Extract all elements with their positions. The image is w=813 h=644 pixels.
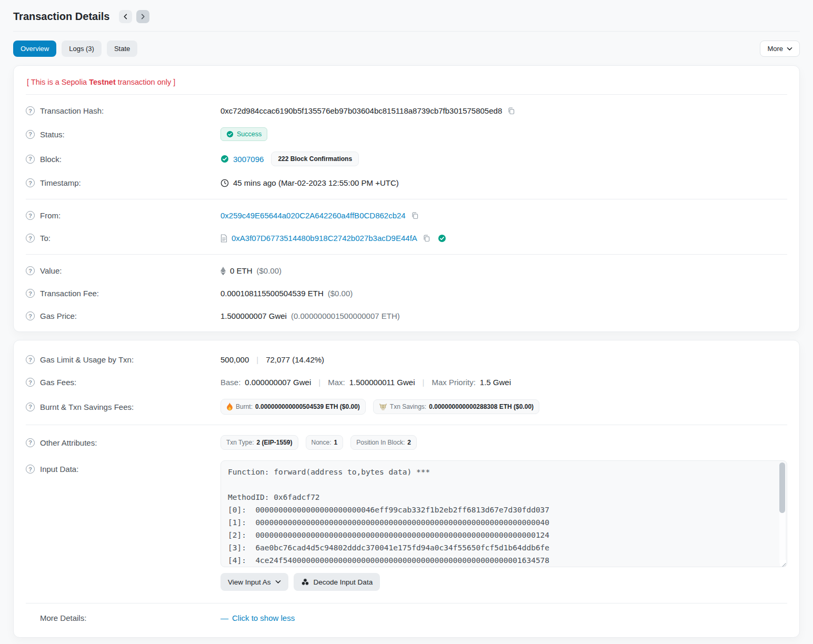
show-less-link[interactable]: — Click to show less — [220, 613, 295, 622]
help-icon[interactable]: ? — [26, 378, 35, 387]
help-icon[interactable]: ? — [26, 130, 35, 139]
gas-price-row: ? Gas Price: 1.500000007 Gwei (0.0000000… — [26, 305, 787, 327]
burnt-savings-row: ? Burnt & Txn Savings Fees: Burnt: 0.000… — [26, 394, 787, 420]
help-icon[interactable]: ? — [26, 211, 35, 220]
timestamp-label: Timestamp: — [40, 178, 81, 187]
divider — [26, 603, 787, 603]
value-row: ? Value: 0 ETH ($0.00) — [26, 259, 787, 282]
from-row: ? From: 0x259c49E65644a020C2A642260a4ffB… — [26, 204, 787, 227]
max-priority-fee-value: 1.5 Gwei — [480, 378, 511, 387]
view-input-as-label: View Input As — [228, 578, 271, 586]
to-row: ? To: 0xA3f07D6773514480b918C2742b027b3a… — [26, 227, 787, 249]
help-icon[interactable]: ? — [26, 178, 35, 187]
scrollbar-thumb[interactable] — [779, 462, 785, 513]
testnet-notice-prefix: [ This is a Sepolia — [27, 78, 89, 86]
value-usd: ($0.00) — [257, 266, 282, 275]
burnt-label: Burnt: — [236, 403, 253, 410]
gas-limit-label: Gas Limit & Usage by Txn: — [40, 355, 134, 364]
status-label: Status: — [40, 130, 65, 139]
status-badge: Success — [220, 127, 267, 141]
tab-overview[interactable]: Overview — [13, 41, 56, 57]
testnet-notice-suffix: transaction only ] — [116, 78, 176, 86]
max-priority-fee-label: Max Priority: — [431, 378, 475, 387]
help-icon[interactable]: ? — [26, 311, 35, 320]
flame-icon — [226, 402, 233, 411]
clock-icon — [220, 179, 229, 187]
check-circle-icon — [226, 130, 234, 138]
block-number-link[interactable]: 3007096 — [233, 155, 264, 164]
copy-hash-button[interactable] — [506, 107, 516, 115]
copy-icon — [423, 234, 430, 242]
gas-usage-value: 72,077 (14.42%) — [266, 355, 324, 364]
from-label: From: — [40, 211, 61, 220]
more-dropdown-button[interactable]: More — [760, 41, 800, 57]
input-data-scrollbar[interactable] — [779, 462, 785, 565]
decode-blocks-icon — [301, 578, 309, 586]
help-icon[interactable]: ? — [26, 355, 35, 364]
help-icon[interactable]: ? — [26, 402, 35, 411]
ethereum-icon — [220, 267, 226, 275]
money-wings-icon — [379, 403, 387, 410]
help-icon[interactable]: ? — [26, 155, 35, 164]
help-icon[interactable]: ? — [26, 438, 35, 447]
next-transaction-button[interactable] — [136, 10, 149, 23]
value-label: Value: — [40, 266, 62, 275]
help-icon[interactable]: ? — [26, 106, 35, 115]
max-fee-value: 1.500000011 Gwei — [349, 378, 415, 387]
gas-price-label: Gas Price: — [40, 311, 77, 320]
help-icon[interactable]: ? — [26, 234, 35, 243]
help-icon[interactable]: ? — [26, 289, 35, 298]
transaction-details-page: Transaction Details Overview Logs (3) St… — [0, 0, 813, 638]
other-attributes-row: ? Other Attributes: Txn Type: 2 (EIP-155… — [26, 430, 787, 455]
divider — [26, 199, 787, 199]
more-details-row: More Details: — Click to show less — [26, 608, 787, 631]
copy-from-address-button[interactable] — [410, 212, 420, 219]
transaction-fee-usd: ($0.00) — [328, 289, 353, 298]
burnt-savings-label: Burnt & Txn Savings Fees: — [40, 402, 134, 411]
resize-handle[interactable] — [780, 560, 786, 566]
input-data-textarea[interactable]: Function: forward(address to,bytes data)… — [220, 460, 787, 567]
txn-savings-value: 0.000000000000288308 ETH ($0.00) — [429, 403, 534, 410]
chevron-down-icon — [275, 580, 281, 584]
resize-grip-icon — [780, 561, 786, 567]
transaction-fee-amount: 0.000108115500504539 ETH — [220, 289, 324, 298]
txn-type-badge: Txn Type: 2 (EIP-1559) — [220, 435, 298, 450]
nonce-label: Nonce: — [312, 439, 332, 446]
tab-state[interactable]: State — [107, 41, 137, 57]
to-address-link[interactable]: 0xA3f07D6773514480b918C2742b027b3acD9E44… — [232, 234, 417, 243]
separator: | — [419, 378, 428, 387]
gas-price-eth: (0.000000001500000007 ETH) — [291, 311, 400, 320]
previous-transaction-button[interactable] — [119, 10, 132, 23]
position-in-block-value: 2 — [407, 439, 411, 446]
value-amount: 0 ETH — [230, 266, 253, 275]
transaction-hash-row: ? Transaction Hash: 0xc72d984ccac6190b5f… — [26, 99, 787, 122]
contract-file-icon — [220, 234, 227, 243]
decode-input-data-button[interactable]: Decode Input Data — [294, 573, 380, 591]
to-label: To: — [40, 234, 51, 243]
copy-to-address-button[interactable] — [421, 234, 431, 242]
help-icon[interactable]: ? — [26, 465, 35, 474]
verified-check-icon — [438, 234, 446, 243]
view-input-as-button[interactable]: View Input As — [220, 573, 288, 591]
decode-input-data-label: Decode Input Data — [314, 578, 373, 586]
burnt-value: 0.000000000000504539 ETH ($0.00) — [255, 403, 360, 410]
block-row: ? Block: 3007096 222 Block Confirmations — [26, 146, 787, 172]
copy-icon — [411, 212, 419, 219]
divider — [26, 254, 787, 255]
page-title: Transaction Details — [13, 11, 109, 23]
other-attributes-label: Other Attributes: — [40, 438, 97, 447]
position-in-block-badge: Position In Block: 2 — [350, 435, 417, 450]
nonce-badge: Nonce: 1 — [306, 435, 344, 450]
chevron-left-icon — [123, 14, 128, 19]
txn-type-value: 2 (EIP-1559) — [256, 439, 292, 446]
base-fee-label: Base: — [220, 378, 240, 387]
gas-fees-label: Gas Fees: — [40, 378, 76, 387]
more-dropdown-label: More — [767, 45, 783, 53]
tab-logs[interactable]: Logs (3) — [62, 41, 102, 57]
overview-card: [ This is a Sepolia Testnet transaction … — [13, 65, 800, 332]
burnt-fees-badge: Burnt: 0.000000000000504539 ETH ($0.00) — [220, 399, 366, 415]
help-icon[interactable]: ? — [26, 266, 35, 275]
txn-savings-badge: Txn Savings: 0.000000000000288308 ETH ($… — [373, 399, 539, 414]
from-address-link[interactable]: 0x259c49E65644a020C2A642260a4ffB0CD862cb… — [220, 211, 406, 220]
input-data-label: Input Data: — [40, 465, 78, 474]
